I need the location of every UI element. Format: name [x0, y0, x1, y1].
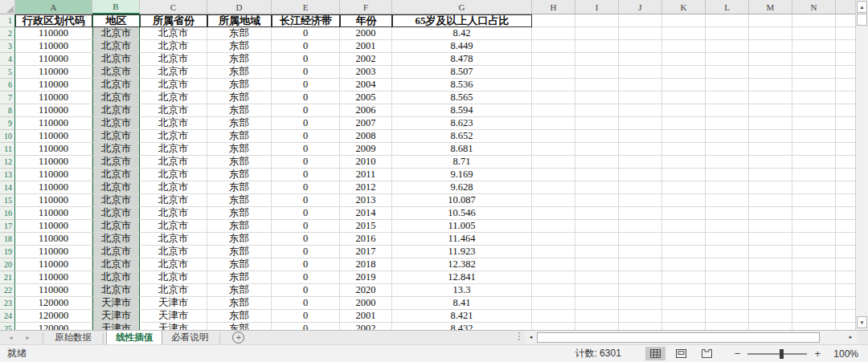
cell-D25[interactable]: 东部	[207, 323, 272, 330]
cell-E15[interactable]: 0	[272, 194, 340, 207]
cell-C2[interactable]: 北京市	[140, 27, 207, 40]
scroll-down-button[interactable]: ▼	[857, 316, 867, 328]
cell-B14[interactable]: 北京市	[92, 181, 140, 194]
cell-O24[interactable]	[836, 310, 855, 323]
row-header-21[interactable]: 21	[0, 271, 15, 284]
cell-K4[interactable]	[662, 53, 706, 66]
row-header-14[interactable]: 14	[0, 181, 15, 194]
cell-N24[interactable]	[792, 310, 836, 323]
cell-B8[interactable]: 北京市	[92, 104, 140, 117]
cell-J10[interactable]	[619, 130, 662, 143]
cell-M21[interactable]	[749, 271, 792, 284]
cell-J12[interactable]	[619, 156, 662, 169]
cell-M22[interactable]	[749, 284, 792, 297]
cell-B24[interactable]: 天津市	[92, 310, 140, 323]
cell-I21[interactable]	[575, 271, 619, 284]
cell-N12[interactable]	[792, 156, 836, 169]
cell-I15[interactable]	[575, 194, 619, 207]
cell-C18[interactable]: 北京市	[140, 233, 207, 246]
cell-A6[interactable]: 110000	[15, 79, 92, 92]
cell-B1[interactable]: 地区	[92, 14, 140, 27]
cell-D1[interactable]: 所属地域	[207, 14, 272, 27]
cell-O19[interactable]	[836, 246, 855, 258]
cell-F13[interactable]: 2011	[340, 169, 392, 181]
cell-A20[interactable]: 110000	[15, 258, 92, 271]
cell-M12[interactable]	[749, 156, 792, 169]
cell-C15[interactable]: 北京市	[140, 194, 207, 207]
cell-L19[interactable]	[706, 246, 749, 258]
cell-E14[interactable]: 0	[272, 181, 340, 194]
cell-K13[interactable]	[662, 169, 706, 181]
cell-O18[interactable]	[836, 233, 855, 246]
row-header-13[interactable]: 13	[0, 169, 15, 181]
cell-I23[interactable]	[575, 297, 619, 310]
cell-G25[interactable]: 8.432	[392, 323, 532, 330]
cell-N7[interactable]	[792, 92, 836, 104]
cell-L21[interactable]	[706, 271, 749, 284]
cell-I24[interactable]	[575, 310, 619, 323]
cell-M8[interactable]	[749, 104, 792, 117]
cell-D14[interactable]: 东部	[207, 181, 272, 194]
cell-K7[interactable]	[662, 92, 706, 104]
cell-I3[interactable]	[575, 40, 619, 53]
zoom-slider[interactable]	[747, 353, 807, 355]
cell-G3[interactable]: 8.449	[392, 40, 532, 53]
cell-N21[interactable]	[792, 271, 836, 284]
cell-A24[interactable]: 120000	[15, 310, 92, 323]
cell-H24[interactable]	[532, 310, 575, 323]
cell-G2[interactable]: 8.42	[392, 27, 532, 40]
cell-M7[interactable]	[749, 92, 792, 104]
cell-F8[interactable]: 2006	[340, 104, 392, 117]
cell-M25[interactable]	[749, 323, 792, 330]
row-header-9[interactable]: 9	[0, 117, 15, 130]
cell-F3[interactable]: 2001	[340, 40, 392, 53]
zoom-slider-thumb[interactable]	[780, 349, 784, 359]
cell-A15[interactable]: 110000	[15, 194, 92, 207]
cell-A2[interactable]: 110000	[15, 27, 92, 40]
cell-I10[interactable]	[575, 130, 619, 143]
cell-A25[interactable]: 120000	[15, 323, 92, 330]
cell-O10[interactable]	[836, 130, 855, 143]
cell-M10[interactable]	[749, 130, 792, 143]
cell-K22[interactable]	[662, 284, 706, 297]
cell-I4[interactable]	[575, 53, 619, 66]
cell-L12[interactable]	[706, 156, 749, 169]
cell-I17[interactable]	[575, 220, 619, 233]
cell-O13[interactable]	[836, 169, 855, 181]
cell-J7[interactable]	[619, 92, 662, 104]
cell-E7[interactable]: 0	[272, 92, 340, 104]
cell-E13[interactable]: 0	[272, 169, 340, 181]
cell-K21[interactable]	[662, 271, 706, 284]
cell-O9[interactable]	[836, 117, 855, 130]
cell-C8[interactable]: 北京市	[140, 104, 207, 117]
cell-J8[interactable]	[619, 104, 662, 117]
cell-F15[interactable]: 2013	[340, 194, 392, 207]
cell-D11[interactable]: 东部	[207, 143, 272, 156]
cell-J15[interactable]	[619, 194, 662, 207]
cell-J22[interactable]	[619, 284, 662, 297]
cell-G15[interactable]: 10.087	[392, 194, 532, 207]
cell-M15[interactable]	[749, 194, 792, 207]
cell-E23[interactable]: 0	[272, 297, 340, 310]
cell-F17[interactable]: 2015	[340, 220, 392, 233]
cell-H10[interactable]	[532, 130, 575, 143]
cell-I1[interactable]	[575, 14, 619, 27]
cell-H1[interactable]	[532, 14, 575, 27]
row-header-19[interactable]: 19	[0, 246, 15, 258]
cell-H16[interactable]	[532, 207, 575, 220]
cell-C23[interactable]: 天津市	[140, 297, 207, 310]
cell-N17[interactable]	[792, 220, 836, 233]
cell-O7[interactable]	[836, 92, 855, 104]
cell-M20[interactable]	[749, 258, 792, 271]
cell-L18[interactable]	[706, 233, 749, 246]
row-header-5[interactable]: 5	[0, 66, 15, 79]
cell-C9[interactable]: 北京市	[140, 117, 207, 130]
cell-K25[interactable]	[662, 323, 706, 330]
cell-A14[interactable]: 110000	[15, 181, 92, 194]
cell-J21[interactable]	[619, 271, 662, 284]
cell-D16[interactable]: 东部	[207, 207, 272, 220]
cell-O20[interactable]	[836, 258, 855, 271]
cell-N4[interactable]	[792, 53, 836, 66]
cell-J3[interactable]	[619, 40, 662, 53]
cell-L13[interactable]	[706, 169, 749, 181]
